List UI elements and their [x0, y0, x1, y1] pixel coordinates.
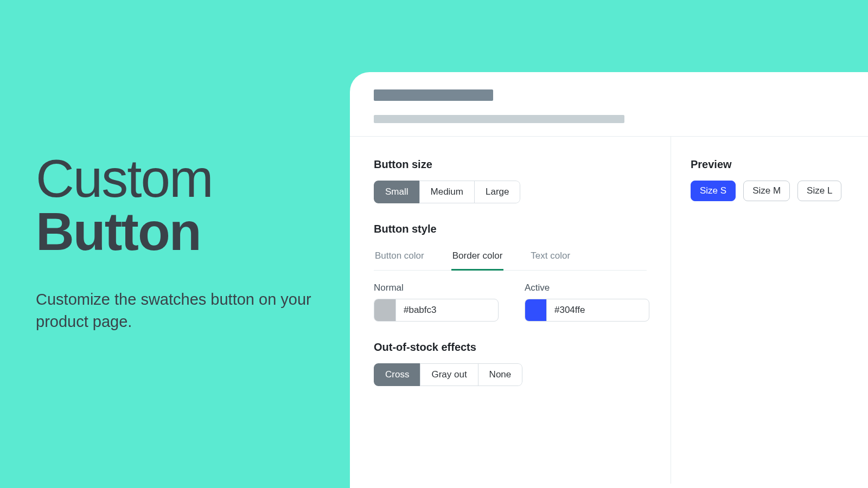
button-size-group: Small Medium Large	[374, 181, 520, 203]
settings-column: Button size Small Medium Large Button st…	[350, 137, 671, 484]
hero: Custom Button Customize the swatches but…	[36, 152, 329, 332]
button-style-title: Button style	[374, 223, 647, 235]
tab-border-color[interactable]: Border color	[451, 245, 504, 271]
button-size-large[interactable]: Large	[474, 181, 520, 203]
color-input-normal[interactable]	[374, 299, 499, 322]
oos-cross[interactable]: Cross	[374, 363, 420, 386]
color-value-active[interactable]	[547, 299, 634, 321]
settings-panel: Button size Small Medium Large Button st…	[350, 72, 868, 488]
section-button-style: Button style Button color Border color T…	[374, 223, 647, 322]
oos-gray-out[interactable]: Gray out	[420, 363, 478, 386]
panel-header	[350, 72, 868, 136]
oos-none[interactable]: None	[478, 363, 523, 386]
preview-size-l[interactable]: Size L	[797, 181, 841, 201]
panel-body: Button size Small Medium Large Button st…	[350, 137, 868, 484]
preview-title: Preview	[691, 158, 841, 171]
hero-title: Custom Button	[36, 152, 329, 258]
hero-title-line2: Button	[36, 205, 329, 258]
color-label-normal: Normal	[374, 282, 499, 293]
oos-title: Out-of-stock effects	[374, 341, 647, 354]
button-size-medium[interactable]: Medium	[419, 181, 475, 203]
preview-column: Preview Size S Size M Size L	[671, 137, 841, 484]
button-style-tabs: Button color Border color Text color	[374, 245, 647, 271]
color-field-active: Active	[525, 282, 649, 322]
color-value-normal[interactable]	[396, 299, 483, 321]
tab-text-color[interactable]: Text color	[529, 245, 571, 271]
color-field-normal: Normal	[374, 282, 499, 322]
color-row: Normal Active	[374, 282, 647, 322]
button-size-title: Button size	[374, 158, 647, 171]
swatch-active[interactable]	[525, 299, 547, 321]
color-input-active[interactable]	[525, 299, 649, 322]
section-button-size: Button size Small Medium Large	[374, 158, 647, 203]
preview-size-s[interactable]: Size S	[691, 181, 736, 201]
skeleton-title	[374, 89, 493, 101]
button-size-small[interactable]: Small	[374, 181, 420, 203]
swatch-normal[interactable]	[374, 299, 396, 321]
preview-row: Size S Size M Size L	[691, 181, 841, 201]
hero-title-line1: Custom	[36, 149, 213, 208]
preview-size-m[interactable]: Size M	[743, 181, 790, 201]
tab-button-color[interactable]: Button color	[374, 245, 425, 271]
skeleton-subtitle	[374, 115, 624, 123]
color-label-active: Active	[525, 282, 649, 293]
oos-group: Cross Gray out None	[374, 363, 522, 386]
section-out-of-stock: Out-of-stock effects Cross Gray out None	[374, 341, 647, 386]
hero-subtitle: Customize the swatches button on your pr…	[36, 288, 329, 332]
